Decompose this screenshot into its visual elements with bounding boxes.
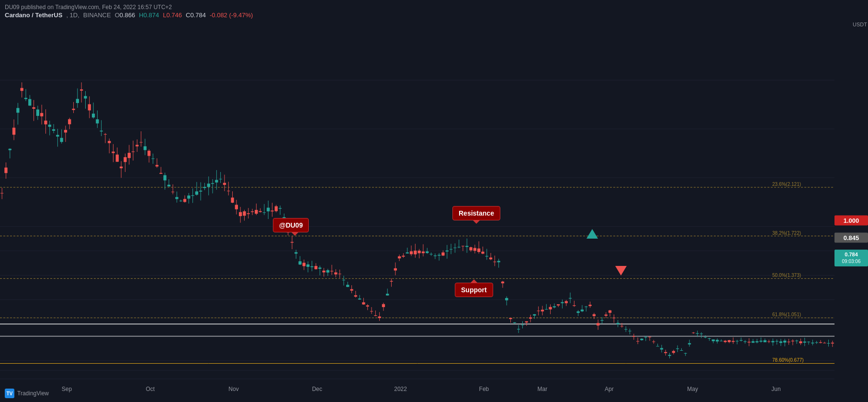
currency-label: USDT [853,22,867,27]
time-label-nov: Nov [228,386,238,392]
arrow-up-icon [586,229,598,239]
symbol-name: Cardano / TetherUS [5,11,62,19]
current-time: 09:03:06 [837,258,866,265]
time-label-may: May [687,386,698,392]
time-label-feb: Feb [479,386,489,392]
symbol-change: -0.082 (-9.47%) [210,11,253,19]
symbol-interval: , 1D, [66,11,79,19]
time-label-sep: Sep [62,386,72,392]
symbol-exchange: BINANCE [83,11,111,19]
current-price-box: 0.784 09:03:06 [834,250,868,266]
symbol-high: H0.874 [139,11,159,19]
published-info: DU09 published on TradingView.com, Feb 2… [5,4,253,11]
candlestick-chart [0,19,834,397]
time-label-dec: Dec [312,386,322,392]
symbol-info: Cardano / TetherUS , 1D, BINANCE O0.866 … [5,11,253,19]
price-badge-1000: 1.000 [834,216,868,226]
symbol-close: C0.784 [186,11,206,19]
arrow-down-icon [615,266,627,276]
du09-annotation: @DU09 [273,218,309,232]
time-label-oct: Oct [146,386,155,392]
support-annotation: Support [455,283,493,297]
time-label-jun: Jun [771,386,780,392]
time-axis: Sep Oct Nov Dec 2022 Feb Mar Apr May Jun [0,385,834,400]
chart-header: DU09 published on TradingView.com, Feb 2… [5,4,253,19]
price-badge-0845: 0.845 [834,233,868,243]
time-label-apr: Apr [605,386,614,392]
symbol-open: O0.866 [115,11,135,19]
symbol-low: L0.746 [163,11,182,19]
resistance-annotation: Resistance [452,206,500,220]
current-price: 0.784 [837,251,866,258]
time-label-2022: 2022 [394,386,407,392]
time-label-mar: Mar [538,386,548,392]
chart-container: DU09 published on TradingView.com, Feb 2… [0,0,868,402]
